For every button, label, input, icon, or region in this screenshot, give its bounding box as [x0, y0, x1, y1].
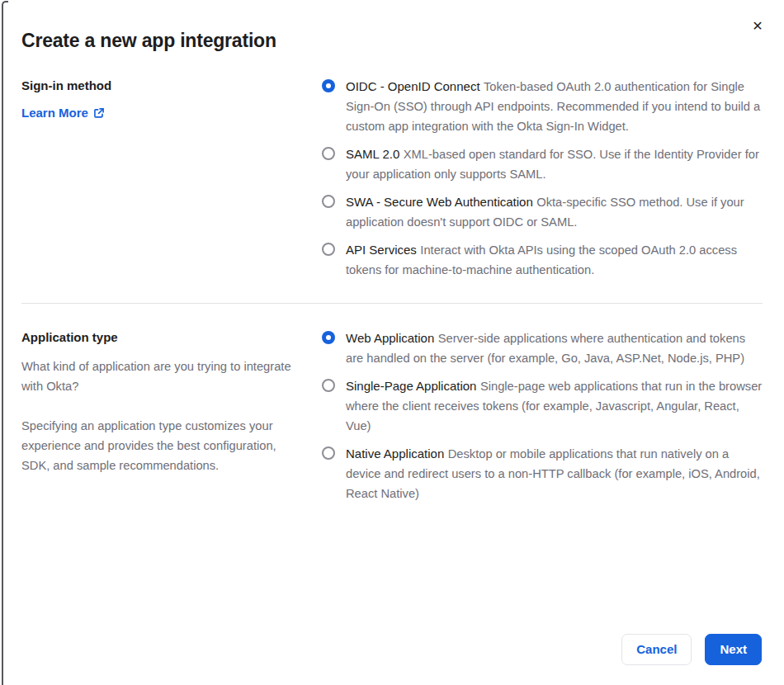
radio-option-label[interactable]: API Services — [346, 243, 417, 257]
radio-option-label[interactable]: OIDC - OpenID Connect — [346, 79, 480, 93]
close-icon[interactable]: ✕ — [748, 17, 767, 36]
radio-option-label[interactable]: SWA - Secure Web Authentication — [346, 195, 533, 209]
sign-in-method-label: Sign-in method — [21, 77, 305, 95]
radio-button[interactable] — [322, 79, 335, 92]
radio-option[interactable]: API Services Interact with Okta APIs usi… — [322, 240, 763, 280]
radio-button[interactable] — [322, 379, 335, 392]
section-divider — [21, 303, 763, 304]
radio-option-description: XML-based open standard for SSO. Use if … — [346, 148, 759, 181]
next-button[interactable]: Next — [705, 634, 762, 665]
dialog-footer: Cancel Next — [621, 634, 762, 665]
radio-button[interactable] — [322, 195, 335, 208]
radio-option[interactable]: SAML 2.0 XML-based open standard for SSO… — [322, 144, 763, 184]
external-link-icon — [93, 107, 105, 119]
learn-more-link[interactable]: Learn More — [21, 106, 105, 120]
application-type-question: What kind of application are you trying … — [21, 357, 302, 396]
radio-button[interactable] — [322, 147, 335, 160]
sign-in-method-section: Sign-in method Learn More OIDC - OpenID … — [0, 77, 784, 280]
radio-option[interactable]: Single-Page Application Single-page web … — [322, 376, 763, 436]
radio-option-label[interactable]: Single-Page Application — [346, 379, 476, 393]
radio-option-label[interactable]: Web Application — [346, 331, 434, 345]
learn-more-label: Learn More — [21, 106, 88, 120]
radio-option-label[interactable]: SAML 2.0 — [346, 147, 399, 161]
application-type-label: Application type — [21, 328, 305, 347]
sign-in-method-options: OIDC - OpenID Connect Token-based OAuth … — [322, 77, 763, 280]
radio-button[interactable] — [322, 243, 335, 256]
application-type-options: Web Application Server-side applications… — [322, 328, 763, 503]
radio-option[interactable]: Web Application Server-side applications… — [322, 328, 763, 368]
dialog-title: Create a new app integration — [0, 0, 784, 52]
cancel-button[interactable]: Cancel — [621, 634, 692, 665]
create-app-integration-dialog: ✕ Create a new app integration Sign-in m… — [0, 0, 784, 685]
radio-button[interactable] — [322, 446, 335, 460]
radio-option[interactable]: OIDC - OpenID Connect Token-based OAuth … — [322, 77, 763, 136]
radio-option-label[interactable]: Native Application — [346, 446, 444, 461]
application-type-section: Application type What kind of applicatio… — [0, 328, 784, 503]
radio-option[interactable]: SWA - Secure Web Authentication Okta-spe… — [322, 192, 763, 232]
application-type-help-text: Specifying an application type customize… — [21, 416, 302, 475]
radio-button[interactable] — [322, 331, 335, 344]
radio-option[interactable]: Native Application Desktop or mobile app… — [322, 444, 763, 503]
